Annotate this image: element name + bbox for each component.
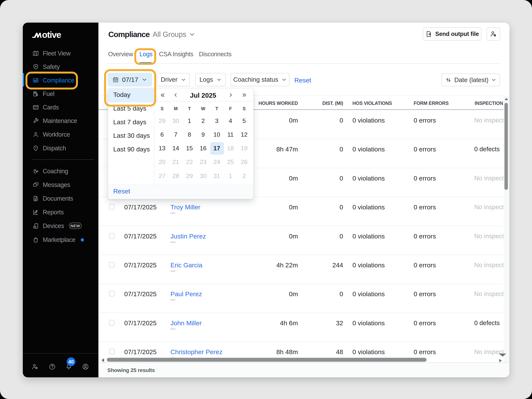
svg-text:otive: otive [42, 30, 61, 39]
